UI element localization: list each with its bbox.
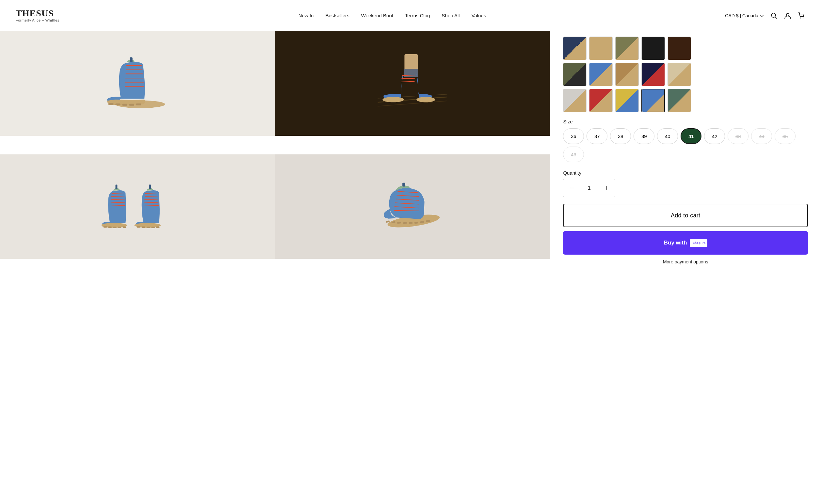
search-button[interactable] [770,12,778,20]
svg-point-0 [771,13,776,17]
svg-rect-48 [142,227,145,228]
gallery-image-2 [275,31,550,136]
size-44: 44 [751,128,772,144]
svg-rect-50 [151,227,155,228]
svg-rect-45 [118,227,121,228]
main-nav: New In Bestsellers Weekend Boot Terrus C… [298,13,486,18]
search-icon [770,12,778,19]
svg-point-26 [383,97,404,102]
swatch-navy-blue[interactable] [563,37,587,60]
buy-with-shop-pay-button[interactable]: Buy with Shop Pay [563,231,808,255]
chevron-down-icon [760,13,764,18]
svg-rect-60 [386,220,389,223]
swatch-olive-tan[interactable] [615,37,639,60]
nav-new-in[interactable]: New In [298,13,314,18]
svg-rect-51 [156,227,159,228]
swatch-beige[interactable] [668,63,691,86]
svg-rect-41 [149,185,151,189]
nav-shop-all[interactable]: Shop All [442,13,460,18]
gallery-image-4 [275,154,550,259]
size-42[interactable]: 42 [704,128,725,144]
size-39[interactable]: 39 [634,128,655,144]
swatch-blue-selected[interactable] [641,89,665,112]
boot-illustration-3 [102,177,173,236]
svg-rect-16 [136,103,141,105]
size-43: 43 [728,128,749,144]
currency-label: CAD $ | Canada [725,13,758,18]
quantity-label: Quantity [563,170,808,176]
svg-line-24 [402,78,415,79]
quantity-decrease-button[interactable]: − [563,179,580,197]
swatch-yellow-blue[interactable] [615,89,639,112]
swatch-dark-brown[interactable] [668,37,691,60]
shop-pay-icon: Shop Pay [692,240,705,245]
color-swatches [563,37,808,112]
product-gallery [0,31,550,277]
svg-rect-44 [113,227,116,228]
cart-icon [798,12,805,19]
swatch-teal[interactable] [668,89,691,112]
nav-terrus-clog[interactable]: Terrus Clog [405,13,430,18]
swatch-dark-navy-red[interactable] [641,63,665,86]
main-content: Size 36 37 38 39 40 41 42 43 44 45 46 Qu… [0,31,821,277]
size-38[interactable]: 38 [610,128,631,144]
swatch-olive[interactable] [563,63,587,86]
product-details-panel: Size 36 37 38 39 40 41 42 43 44 45 46 Qu… [550,31,821,277]
header-actions: CAD $ | Canada [725,12,805,20]
quantity-control: − 1 + [563,179,615,197]
add-to-cart-button[interactable]: Add to cart [563,204,808,227]
svg-rect-49 [147,227,150,228]
shop-pay-logo: Shop Pay [690,239,707,247]
logo-name: THESUS [16,9,59,18]
size-label: Size [563,119,808,124]
buy-now-text: Buy with [664,240,687,246]
gallery-image-1 [0,31,275,136]
quantity-increase-button[interactable]: + [598,179,615,197]
logo-subtitle: Formerly Alice + Whittles [16,19,59,22]
svg-rect-14 [122,104,127,106]
boot-illustration-1 [102,54,173,113]
swatch-blue-tan[interactable] [589,63,613,86]
currency-selector[interactable]: CAD $ | Canada [725,13,764,18]
nav-weekend-boot[interactable]: Weekend Boot [361,13,393,18]
size-40[interactable]: 40 [657,128,678,144]
swatch-black[interactable] [641,37,665,60]
svg-rect-13 [115,103,120,105]
nav-bestsellers[interactable]: Bestsellers [325,13,349,18]
boot-illustration-4 [376,177,449,236]
swatch-camel[interactable] [615,63,639,86]
swatch-tan[interactable] [589,37,613,60]
svg-rect-17 [130,57,132,62]
cart-button[interactable] [797,12,805,20]
svg-rect-46 [123,227,126,228]
size-37[interactable]: 37 [587,128,608,144]
site-header: THESUS Formerly Alice + Whittles New In … [0,0,821,31]
size-36[interactable]: 36 [563,128,584,144]
svg-point-2 [786,13,789,16]
svg-point-27 [417,97,435,102]
size-selector: 36 37 38 39 40 41 42 43 44 45 46 [563,128,808,162]
logo[interactable]: THESUS Formerly Alice + Whittles [16,9,59,22]
svg-rect-34 [116,185,118,189]
svg-rect-15 [129,104,134,106]
svg-line-1 [775,17,777,19]
size-46: 46 [563,147,584,162]
svg-point-3 [800,17,801,18]
svg-point-4 [802,17,803,18]
gallery-image-3 [0,154,275,259]
account-icon [784,12,791,19]
swatch-light-gray[interactable] [563,89,587,112]
size-45: 45 [775,128,796,144]
svg-rect-47 [137,226,140,228]
svg-rect-59 [402,183,405,187]
account-button[interactable] [784,12,792,20]
quantity-value: 1 [580,185,598,191]
svg-rect-12 [108,103,113,105]
svg-rect-43 [108,227,112,228]
size-41[interactable]: 41 [681,128,702,144]
svg-rect-42 [103,226,107,228]
svg-text:Shop Pay: Shop Pay [693,241,705,244]
more-payment-options[interactable]: More payment options [563,259,808,264]
swatch-red[interactable] [589,89,613,112]
nav-values[interactable]: Values [472,13,486,18]
